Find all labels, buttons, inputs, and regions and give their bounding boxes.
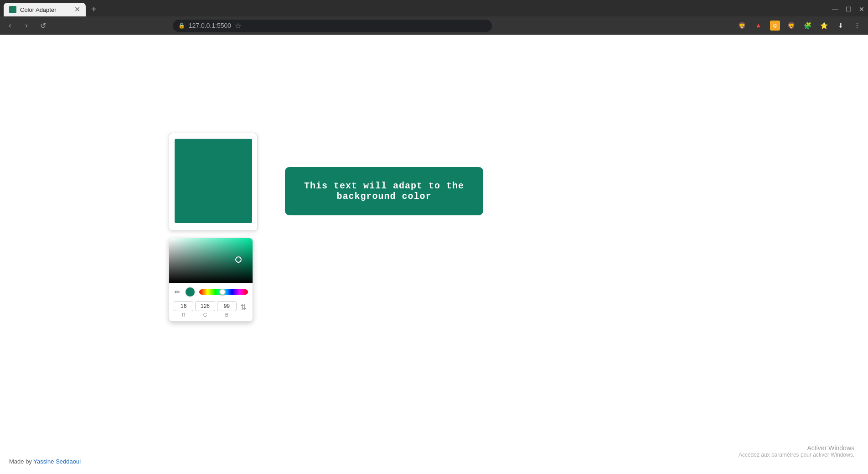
b-label: B [225,312,228,318]
address-input[interactable]: 🔒 127.0.0.1:5500 ☆ [173,20,492,32]
lock-icon: 🔒 [178,22,185,29]
history-icon[interactable]: ⭐ [817,18,832,33]
r-label: R [182,312,186,318]
footer-prefix: Made by [9,458,33,465]
address-bar: ‹ › ↺ 🔒 127.0.0.1:5500 ☆ 🦁 🔺 Q 🦁 🧩 ⭐ ⬇ ⋮ [0,16,868,35]
b-field: B [217,301,237,318]
gradient-area[interactable] [169,238,253,283]
tab-close-icon[interactable]: ✕ [74,6,80,13]
page-content: ✏ R G [0,35,868,474]
g-input[interactable] [195,301,215,311]
color-picker-popup: ✏ R G [169,238,253,322]
activate-subtitle: Accédez aux paramètres pour activer Wind… [739,452,854,458]
hue-controls: ✏ [174,286,248,297]
brave-rewards-icon[interactable]: 🔺 [751,18,766,33]
settings-icon[interactable]: ⋮ [850,18,864,33]
gradient-cursor [235,256,242,263]
page-footer: Made by Yassine Seddaoui [9,458,81,465]
adaptive-text: This text will adapt to the background c… [303,181,465,202]
forward-button[interactable]: › [20,19,33,32]
profile-icon[interactable]: Q [768,18,782,33]
downloads-icon[interactable]: ⬇ [833,18,848,33]
url-text: 127.0.0.1:5500 [189,22,231,29]
hue-slider[interactable] [199,289,248,295]
tab-title: Color Adapter [20,6,71,13]
tab-favicon [9,6,16,13]
tab-bar: Color Adapter ✕ + — ☐ ✕ [0,0,868,16]
brave-news-icon[interactable]: 🦁 [784,18,799,33]
activate-title: Activer Windows [739,444,854,452]
minimize-button[interactable]: — [832,5,838,13]
new-tab-button[interactable]: + [88,4,100,15]
r-input[interactable] [174,301,193,311]
mode-toggle-button[interactable]: ⇅ [238,302,248,313]
brave-shield-icon[interactable]: 🦁 [735,18,749,33]
hue-bar-section: ✏ R G [169,283,253,321]
maximize-button[interactable]: ☐ [846,5,852,13]
color-swatch-large[interactable] [175,139,252,223]
browser-frame: Color Adapter ✕ + — ☐ ✕ ‹ › ↺ 🔒 127.0.0.… [0,0,868,474]
extensions-icon[interactable]: 🧩 [801,18,815,33]
toolbar-icons: 🦁 🔺 Q 🦁 🧩 ⭐ ⬇ ⋮ [735,18,864,33]
reload-button[interactable]: ↺ [36,19,49,32]
window-controls: — ☐ ✕ [832,5,864,13]
r-field: R [174,301,193,318]
eyedropper-button[interactable]: ✏ [174,287,181,297]
hue-slider-thumb [219,289,226,295]
color-picker-card [169,133,258,231]
g-label: G [203,312,207,318]
b-input[interactable] [217,301,237,311]
adaptive-text-box: This text will adapt to the background c… [285,167,483,215]
current-color-dot [185,286,196,297]
windows-activation: Activer Windows Accédez aux paramètres p… [739,444,854,458]
active-tab[interactable]: Color Adapter ✕ [4,3,86,16]
close-button[interactable]: ✕ [859,5,864,13]
back-button[interactable]: ‹ [4,19,16,32]
g-field: G [195,301,215,318]
rgb-inputs: R G B ⇅ [174,301,248,318]
bookmark-button[interactable]: ☆ [235,21,241,30]
footer-author-link[interactable]: Yassine Seddaoui [33,458,81,465]
